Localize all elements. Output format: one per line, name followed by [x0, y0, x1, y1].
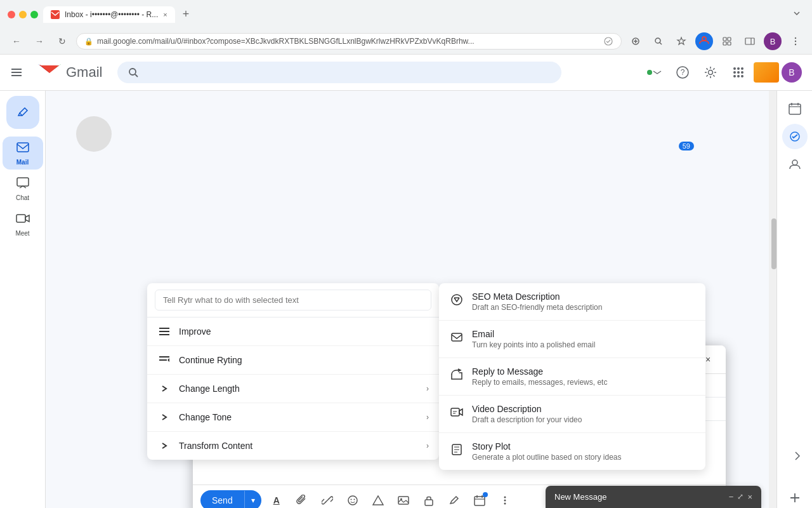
compose-button-area[interactable]	[6, 96, 39, 129]
gmail-hamburger[interactable]	[10, 66, 23, 79]
svg-rect-43	[452, 333, 462, 341]
rytr-change-tone-item[interactable]: Change Tone ›	[147, 403, 439, 432]
sidebar-item-mail[interactable]: Mail	[3, 137, 43, 170]
back-button[interactable]: ←	[8, 32, 25, 50]
svg-point-31	[353, 499, 355, 500]
compose-mini-minimize-button[interactable]: −	[729, 492, 734, 502]
svg-point-18	[737, 67, 740, 70]
rytr-story-item[interactable]: Story Plot Generate a plot outline based…	[439, 433, 705, 470]
compose-mini-header[interactable]: New Message − ⤢ ×	[546, 486, 761, 508]
svg-point-19	[741, 67, 743, 70]
gmail-right-sidebar	[776, 91, 812, 508]
maximize-traffic-light[interactable]	[30, 11, 38, 18]
close-traffic-light[interactable]	[8, 11, 15, 18]
browser-titlebar: Inbox - i•••••••@•••••••• - R... × +	[0, 0, 812, 29]
right-sidebar-expand[interactable]	[792, 450, 803, 464]
attach-button[interactable]	[292, 490, 312, 508]
star-icon[interactable]	[672, 32, 690, 50]
scrollbar-thumb[interactable]	[771, 218, 776, 269]
image-button[interactable]	[393, 490, 414, 508]
help-icon[interactable]: ?	[670, 60, 695, 85]
sidebar-item-chat[interactable]: Chat	[3, 172, 43, 205]
svg-point-4	[702, 37, 706, 41]
right-sidebar-add[interactable]	[782, 485, 808, 508]
compose-mini-maximize-button[interactable]: ⤢	[737, 492, 743, 502]
gmail-user-avatar[interactable]: B	[782, 62, 802, 83]
transform-content-icon	[157, 439, 171, 453]
svg-point-24	[737, 75, 740, 77]
rytr-video-item[interactable]: Video Description Draft a description fo…	[439, 396, 705, 433]
refresh-button[interactable]: ↻	[53, 32, 71, 50]
svg-rect-0	[51, 10, 60, 19]
sidebar-toggle-icon[interactable]	[741, 32, 759, 50]
forward-button[interactable]: →	[30, 32, 48, 50]
gmail-search-input[interactable]	[144, 67, 551, 77]
send-button[interactable]: Send ▾	[200, 490, 261, 508]
sidebar-item-meet[interactable]: Meet	[3, 208, 43, 241]
notification-banner[interactable]	[754, 60, 779, 85]
email-content: Email Turn key points into a polished em…	[472, 329, 695, 349]
pen-button[interactable]	[444, 490, 464, 508]
send-dropdown-arrow[interactable]: ▾	[244, 491, 261, 508]
format-text-button[interactable]: A	[266, 490, 287, 508]
rytr-transform-content-item[interactable]: Transform Content ›	[147, 432, 439, 460]
drive-button[interactable]	[368, 490, 388, 508]
gmail-search[interactable]	[117, 62, 561, 83]
lock-button[interactable]	[419, 490, 439, 508]
link-button[interactable]	[317, 490, 337, 508]
rytr-improve-item[interactable]: Improve	[147, 318, 439, 346]
unread-badge: 59	[679, 142, 694, 150]
calendar-button[interactable]	[469, 490, 490, 508]
improve-label: Improve	[179, 326, 211, 337]
story-plot-icon	[449, 442, 464, 457]
address-bar[interactable]: 🔒 mail.google.com/mail/u/0/#inbox?compos…	[76, 33, 622, 50]
new-tab-button[interactable]: +	[178, 5, 195, 23]
svg-point-38	[504, 503, 506, 505]
rytr-email-item[interactable]: Email Turn key points into a polished em…	[439, 321, 705, 358]
right-sidebar-contacts[interactable]	[782, 152, 808, 177]
send-button-label[interactable]: Send	[200, 490, 244, 508]
url-text: mail.google.com/mail/u/0/#inbox?compose=…	[97, 37, 599, 46]
svg-point-13	[129, 69, 136, 75]
browser-menu-icon[interactable]	[787, 32, 804, 50]
email-desc: Turn key points into a polished email	[472, 340, 695, 349]
apps-icon[interactable]	[726, 60, 751, 85]
sidebar-mail-label: Mail	[16, 159, 29, 166]
signed-in-profile-icon[interactable]	[695, 32, 713, 50]
window-dropdown-icon[interactable]	[792, 8, 802, 18]
settings-icon[interactable]	[698, 60, 723, 85]
right-sidebar-tasks[interactable]	[782, 124, 808, 149]
gmail-header: Gmail ? B	[0, 55, 812, 91]
new-compose-button[interactable]	[6, 96, 39, 129]
rytr-reply-item[interactable]: Reply to Message Reply to emails, messag…	[439, 358, 705, 396]
rytr-command-input[interactable]	[155, 290, 431, 311]
svg-rect-28	[16, 215, 25, 222]
tab-close-button[interactable]: ×	[163, 11, 167, 18]
rytr-dropdown: Improve Continue Ryting Change Length › …	[147, 283, 439, 460]
rytr-seo-meta-item[interactable]: SEO Meta Description Draft an SEO-friend…	[439, 283, 705, 321]
emoji-button[interactable]	[343, 490, 363, 508]
active-tab[interactable]: Inbox - i•••••••@•••••••• - R... ×	[43, 6, 175, 23]
svg-point-20	[733, 71, 736, 74]
search-icon[interactable]	[650, 32, 667, 50]
user-avatar-b[interactable]: B	[764, 32, 782, 50]
scrollbar-area[interactable]	[769, 91, 776, 508]
right-sidebar-calendar[interactable]	[782, 96, 808, 121]
story-content: Story Plot Generate a plot outline based…	[472, 441, 695, 462]
video-description-icon	[449, 404, 464, 420]
transform-content-arrow: ›	[426, 441, 429, 450]
add-icon[interactable]	[782, 485, 808, 508]
compose-mini-close-button[interactable]: ×	[747, 492, 752, 502]
rytr-continue-ryting-item[interactable]: Continue Ryting	[147, 346, 439, 375]
email-title: Email	[472, 329, 695, 339]
pencil-icon	[16, 105, 30, 119]
rytr-change-length-item[interactable]: Change Length ›	[147, 375, 439, 403]
minimize-traffic-light[interactable]	[19, 11, 27, 18]
more-options-button[interactable]	[495, 490, 515, 508]
status-indicator[interactable]	[642, 60, 667, 85]
extensions-puzzle-icon[interactable]	[718, 32, 736, 50]
svg-rect-6	[728, 37, 731, 41]
transform-content-label: Transform Content	[179, 441, 252, 451]
extensions-icon[interactable]	[627, 32, 645, 50]
gmail-search-box[interactable]	[117, 62, 561, 83]
